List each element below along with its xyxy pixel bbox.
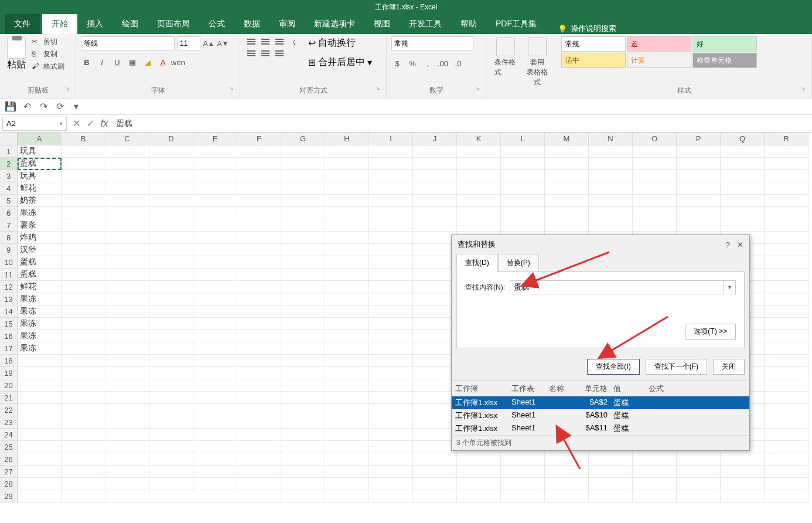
cell-J27[interactable] xyxy=(413,466,457,478)
row-header-28[interactable]: 28 xyxy=(0,478,18,490)
cell-K27[interactable] xyxy=(457,466,501,478)
col-header-Q[interactable]: Q xyxy=(721,133,765,145)
col-header-O[interactable]: O xyxy=(633,133,677,145)
cell-D25[interactable] xyxy=(149,441,193,453)
cell-M7[interactable] xyxy=(545,219,589,232)
cell-L28[interactable] xyxy=(501,478,545,490)
cell-E12[interactable] xyxy=(193,281,237,293)
cell-A16[interactable]: 果冻 xyxy=(18,330,62,342)
cell-H29[interactable] xyxy=(325,490,369,502)
cell-K5[interactable] xyxy=(457,195,501,207)
style-check[interactable]: 检查单元格 xyxy=(692,53,757,68)
cell-O29[interactable] xyxy=(633,490,677,502)
cell-H28[interactable] xyxy=(325,478,369,490)
row-header-21[interactable]: 21 xyxy=(0,392,18,404)
cell-O2[interactable] xyxy=(633,158,677,170)
cell-F11[interactable] xyxy=(237,269,281,281)
cell-E1[interactable] xyxy=(193,145,237,158)
cell-B12[interactable] xyxy=(62,281,105,293)
cell-B16[interactable] xyxy=(62,330,105,342)
cell-C12[interactable] xyxy=(105,281,149,293)
repeat-button[interactable]: ⟳ xyxy=(54,101,66,113)
number-format-select[interactable] xyxy=(391,36,473,50)
col-header-A[interactable]: A xyxy=(18,133,62,145)
cell-G19[interactable] xyxy=(281,367,325,379)
wrap-text-button[interactable]: ↩ 自动换行 xyxy=(307,36,373,50)
cell-O3[interactable] xyxy=(633,170,677,182)
cell-Q29[interactable] xyxy=(721,490,765,502)
cell-C16[interactable] xyxy=(105,330,149,342)
cell-M27[interactable] xyxy=(545,466,589,478)
row-header-14[interactable]: 14 xyxy=(0,305,18,318)
cell-D5[interactable] xyxy=(149,195,193,207)
cell-Q4[interactable] xyxy=(721,182,765,195)
cell-H8[interactable] xyxy=(325,232,369,244)
cell-R21[interactable] xyxy=(765,392,808,404)
cell-C27[interactable] xyxy=(105,466,149,478)
tab-view[interactable]: 视图 xyxy=(364,14,400,34)
row-header-25[interactable]: 25 xyxy=(0,441,18,453)
cell-R25[interactable] xyxy=(765,441,808,453)
cell-D1[interactable] xyxy=(149,145,193,158)
cell-F27[interactable] xyxy=(237,466,281,478)
close-button[interactable]: 关闭 xyxy=(713,359,745,375)
orientation-button[interactable]: ⤹ xyxy=(288,36,300,48)
table-format-button[interactable]: 套用 表格格式 xyxy=(523,36,552,89)
cell-P26[interactable] xyxy=(677,453,721,466)
cell-K2[interactable] xyxy=(457,158,501,170)
cell-J1[interactable] xyxy=(413,145,457,158)
cell-H5[interactable] xyxy=(325,195,369,207)
cell-G18[interactable] xyxy=(281,355,325,367)
row-header-23[interactable]: 23 xyxy=(0,416,18,429)
cell-B10[interactable] xyxy=(62,256,105,269)
tell-me-search[interactable]: 💡 操作说明搜索 xyxy=(558,23,616,34)
cell-B21[interactable] xyxy=(62,392,105,404)
font-size-select[interactable] xyxy=(177,36,200,50)
cell-H15[interactable] xyxy=(325,318,369,330)
phonetic-button[interactable]: wén xyxy=(172,56,184,68)
comma-button[interactable]: , xyxy=(422,57,434,69)
cell-G22[interactable] xyxy=(281,404,325,416)
style-good[interactable]: 好 xyxy=(692,36,757,52)
cell-J9[interactable] xyxy=(413,244,457,256)
style-bad[interactable]: 差 xyxy=(627,36,691,52)
cell-I15[interactable] xyxy=(369,318,413,330)
tab-layout[interactable]: 页面布局 xyxy=(148,14,199,34)
cell-F24[interactable] xyxy=(237,429,281,441)
cell-D11[interactable] xyxy=(149,269,193,281)
cell-J6[interactable] xyxy=(413,207,457,219)
row-header-3[interactable]: 3 xyxy=(0,170,18,182)
cell-B3[interactable] xyxy=(62,170,105,182)
cell-N28[interactable] xyxy=(589,478,633,490)
undo-button[interactable]: ↶ xyxy=(21,101,33,113)
row-header-19[interactable]: 19 xyxy=(0,367,18,379)
cell-D23[interactable] xyxy=(149,416,193,429)
cell-N1[interactable] xyxy=(589,145,633,158)
cell-D18[interactable] xyxy=(149,355,193,367)
cell-B28[interactable] xyxy=(62,478,105,490)
align-right-button[interactable] xyxy=(273,48,286,59)
cell-I18[interactable] xyxy=(369,355,413,367)
cell-F25[interactable] xyxy=(237,441,281,453)
cell-A15[interactable]: 果冻 xyxy=(18,318,62,330)
cell-I28[interactable] xyxy=(369,478,413,490)
cell-H17[interactable] xyxy=(325,342,369,355)
cell-D27[interactable] xyxy=(149,466,193,478)
cell-A2[interactable]: 蛋糕 xyxy=(18,158,62,170)
cell-J29[interactable] xyxy=(413,490,457,502)
cell-A8[interactable]: 炸鸡 xyxy=(18,232,62,244)
cell-H19[interactable] xyxy=(325,367,369,379)
col-header-M[interactable]: M xyxy=(545,133,589,145)
cell-E21[interactable] xyxy=(193,392,237,404)
cell-E18[interactable] xyxy=(193,355,237,367)
cell-I6[interactable] xyxy=(369,207,413,219)
cell-E22[interactable] xyxy=(193,404,237,416)
cell-L29[interactable] xyxy=(501,490,545,502)
cell-P4[interactable] xyxy=(677,182,721,195)
cell-F14[interactable] xyxy=(237,305,281,318)
save-button[interactable]: 💾 xyxy=(5,101,16,113)
cell-N4[interactable] xyxy=(589,182,633,195)
cell-I22[interactable] xyxy=(369,404,413,416)
cell-K28[interactable] xyxy=(457,478,501,490)
cell-L27[interactable] xyxy=(501,466,545,478)
